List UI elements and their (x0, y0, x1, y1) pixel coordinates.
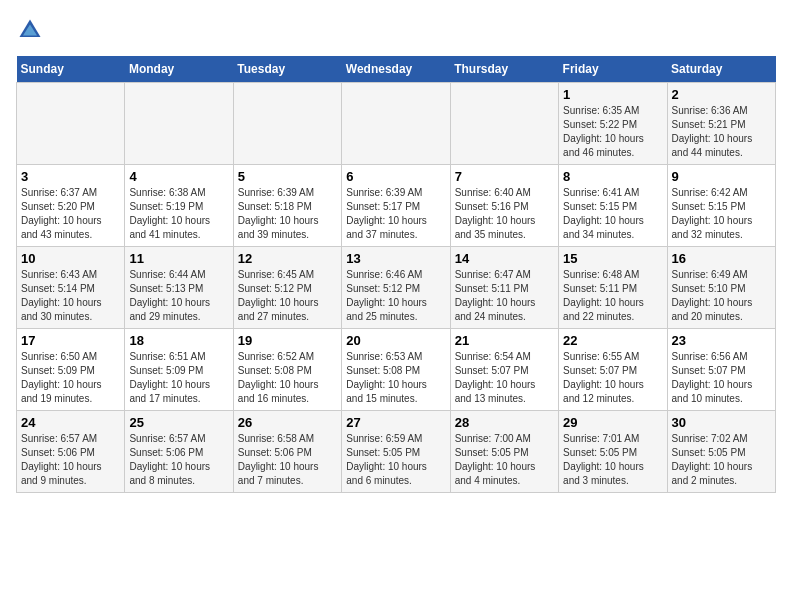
day-number: 17 (21, 333, 120, 348)
calendar-cell: 17Sunrise: 6:50 AM Sunset: 5:09 PM Dayli… (17, 329, 125, 411)
calendar-cell: 5Sunrise: 6:39 AM Sunset: 5:18 PM Daylig… (233, 165, 341, 247)
calendar-cell: 10Sunrise: 6:43 AM Sunset: 5:14 PM Dayli… (17, 247, 125, 329)
day-info: Sunrise: 6:37 AM Sunset: 5:20 PM Dayligh… (21, 186, 120, 242)
calendar-cell: 27Sunrise: 6:59 AM Sunset: 5:05 PM Dayli… (342, 411, 450, 493)
calendar-cell: 23Sunrise: 6:56 AM Sunset: 5:07 PM Dayli… (667, 329, 775, 411)
weekday-header: Saturday (667, 56, 775, 83)
calendar-cell: 18Sunrise: 6:51 AM Sunset: 5:09 PM Dayli… (125, 329, 233, 411)
calendar-cell (17, 83, 125, 165)
day-number: 13 (346, 251, 445, 266)
day-info: Sunrise: 6:49 AM Sunset: 5:10 PM Dayligh… (672, 268, 771, 324)
day-number: 5 (238, 169, 337, 184)
day-number: 12 (238, 251, 337, 266)
calendar-cell (342, 83, 450, 165)
calendar-cell: 13Sunrise: 6:46 AM Sunset: 5:12 PM Dayli… (342, 247, 450, 329)
calendar-cell: 28Sunrise: 7:00 AM Sunset: 5:05 PM Dayli… (450, 411, 558, 493)
day-number: 26 (238, 415, 337, 430)
day-info: Sunrise: 6:57 AM Sunset: 5:06 PM Dayligh… (21, 432, 120, 488)
calendar-cell: 2Sunrise: 6:36 AM Sunset: 5:21 PM Daylig… (667, 83, 775, 165)
calendar-cell: 8Sunrise: 6:41 AM Sunset: 5:15 PM Daylig… (559, 165, 667, 247)
weekday-header: Monday (125, 56, 233, 83)
day-number: 11 (129, 251, 228, 266)
calendar-cell: 29Sunrise: 7:01 AM Sunset: 5:05 PM Dayli… (559, 411, 667, 493)
calendar-week-row: 1Sunrise: 6:35 AM Sunset: 5:22 PM Daylig… (17, 83, 776, 165)
calendar-cell: 12Sunrise: 6:45 AM Sunset: 5:12 PM Dayli… (233, 247, 341, 329)
day-number: 28 (455, 415, 554, 430)
day-info: Sunrise: 6:38 AM Sunset: 5:19 PM Dayligh… (129, 186, 228, 242)
day-info: Sunrise: 6:56 AM Sunset: 5:07 PM Dayligh… (672, 350, 771, 406)
logo-icon (16, 16, 44, 44)
day-info: Sunrise: 6:53 AM Sunset: 5:08 PM Dayligh… (346, 350, 445, 406)
day-info: Sunrise: 6:43 AM Sunset: 5:14 PM Dayligh… (21, 268, 120, 324)
calendar-cell: 25Sunrise: 6:57 AM Sunset: 5:06 PM Dayli… (125, 411, 233, 493)
day-number: 16 (672, 251, 771, 266)
calendar-cell: 20Sunrise: 6:53 AM Sunset: 5:08 PM Dayli… (342, 329, 450, 411)
day-number: 27 (346, 415, 445, 430)
day-info: Sunrise: 6:46 AM Sunset: 5:12 PM Dayligh… (346, 268, 445, 324)
weekday-header: Friday (559, 56, 667, 83)
page-header (16, 16, 776, 44)
calendar-cell: 19Sunrise: 6:52 AM Sunset: 5:08 PM Dayli… (233, 329, 341, 411)
day-info: Sunrise: 7:00 AM Sunset: 5:05 PM Dayligh… (455, 432, 554, 488)
weekday-header: Wednesday (342, 56, 450, 83)
day-number: 14 (455, 251, 554, 266)
day-number: 22 (563, 333, 662, 348)
calendar-cell: 6Sunrise: 6:39 AM Sunset: 5:17 PM Daylig… (342, 165, 450, 247)
calendar-cell: 7Sunrise: 6:40 AM Sunset: 5:16 PM Daylig… (450, 165, 558, 247)
day-number: 4 (129, 169, 228, 184)
calendar-week-row: 10Sunrise: 6:43 AM Sunset: 5:14 PM Dayli… (17, 247, 776, 329)
day-number: 19 (238, 333, 337, 348)
calendar-week-row: 3Sunrise: 6:37 AM Sunset: 5:20 PM Daylig… (17, 165, 776, 247)
day-info: Sunrise: 6:54 AM Sunset: 5:07 PM Dayligh… (455, 350, 554, 406)
day-info: Sunrise: 6:58 AM Sunset: 5:06 PM Dayligh… (238, 432, 337, 488)
calendar-cell: 4Sunrise: 6:38 AM Sunset: 5:19 PM Daylig… (125, 165, 233, 247)
day-number: 8 (563, 169, 662, 184)
day-info: Sunrise: 6:40 AM Sunset: 5:16 PM Dayligh… (455, 186, 554, 242)
day-info: Sunrise: 6:45 AM Sunset: 5:12 PM Dayligh… (238, 268, 337, 324)
day-info: Sunrise: 6:39 AM Sunset: 5:17 PM Dayligh… (346, 186, 445, 242)
calendar-header-row: SundayMondayTuesdayWednesdayThursdayFrid… (17, 56, 776, 83)
day-number: 25 (129, 415, 228, 430)
calendar-cell: 16Sunrise: 6:49 AM Sunset: 5:10 PM Dayli… (667, 247, 775, 329)
weekday-header: Tuesday (233, 56, 341, 83)
weekday-header: Thursday (450, 56, 558, 83)
day-info: Sunrise: 6:39 AM Sunset: 5:18 PM Dayligh… (238, 186, 337, 242)
calendar-cell (233, 83, 341, 165)
calendar-table: SundayMondayTuesdayWednesdayThursdayFrid… (16, 56, 776, 493)
day-info: Sunrise: 6:44 AM Sunset: 5:13 PM Dayligh… (129, 268, 228, 324)
calendar-cell: 11Sunrise: 6:44 AM Sunset: 5:13 PM Dayli… (125, 247, 233, 329)
day-number: 3 (21, 169, 120, 184)
weekday-header: Sunday (17, 56, 125, 83)
calendar-cell (125, 83, 233, 165)
calendar-cell: 21Sunrise: 6:54 AM Sunset: 5:07 PM Dayli… (450, 329, 558, 411)
calendar-cell: 22Sunrise: 6:55 AM Sunset: 5:07 PM Dayli… (559, 329, 667, 411)
day-number: 2 (672, 87, 771, 102)
day-info: Sunrise: 6:42 AM Sunset: 5:15 PM Dayligh… (672, 186, 771, 242)
calendar-cell: 9Sunrise: 6:42 AM Sunset: 5:15 PM Daylig… (667, 165, 775, 247)
day-number: 15 (563, 251, 662, 266)
day-info: Sunrise: 6:41 AM Sunset: 5:15 PM Dayligh… (563, 186, 662, 242)
logo (16, 16, 48, 44)
day-number: 7 (455, 169, 554, 184)
day-number: 23 (672, 333, 771, 348)
calendar-week-row: 24Sunrise: 6:57 AM Sunset: 5:06 PM Dayli… (17, 411, 776, 493)
day-info: Sunrise: 6:55 AM Sunset: 5:07 PM Dayligh… (563, 350, 662, 406)
day-number: 20 (346, 333, 445, 348)
day-number: 9 (672, 169, 771, 184)
day-number: 18 (129, 333, 228, 348)
day-number: 30 (672, 415, 771, 430)
calendar-cell: 30Sunrise: 7:02 AM Sunset: 5:05 PM Dayli… (667, 411, 775, 493)
day-info: Sunrise: 6:59 AM Sunset: 5:05 PM Dayligh… (346, 432, 445, 488)
calendar-cell (450, 83, 558, 165)
calendar-cell: 26Sunrise: 6:58 AM Sunset: 5:06 PM Dayli… (233, 411, 341, 493)
day-number: 6 (346, 169, 445, 184)
day-info: Sunrise: 6:47 AM Sunset: 5:11 PM Dayligh… (455, 268, 554, 324)
day-number: 29 (563, 415, 662, 430)
day-number: 21 (455, 333, 554, 348)
calendar-cell: 15Sunrise: 6:48 AM Sunset: 5:11 PM Dayli… (559, 247, 667, 329)
day-info: Sunrise: 6:36 AM Sunset: 5:21 PM Dayligh… (672, 104, 771, 160)
calendar-cell: 1Sunrise: 6:35 AM Sunset: 5:22 PM Daylig… (559, 83, 667, 165)
day-info: Sunrise: 6:50 AM Sunset: 5:09 PM Dayligh… (21, 350, 120, 406)
day-info: Sunrise: 7:01 AM Sunset: 5:05 PM Dayligh… (563, 432, 662, 488)
calendar-week-row: 17Sunrise: 6:50 AM Sunset: 5:09 PM Dayli… (17, 329, 776, 411)
